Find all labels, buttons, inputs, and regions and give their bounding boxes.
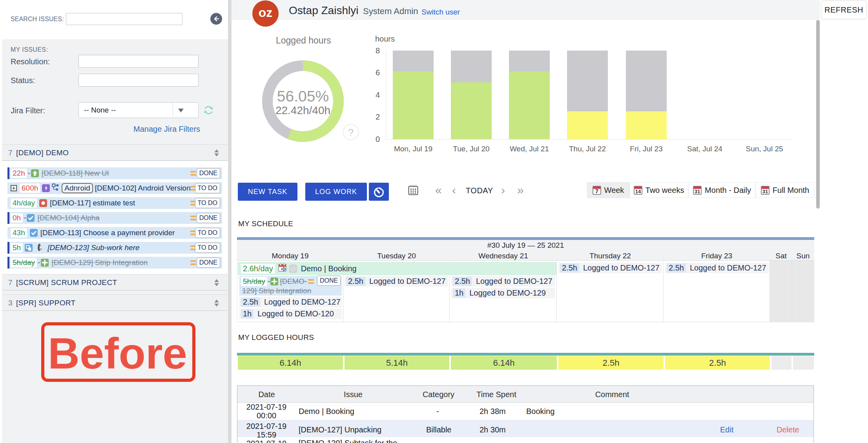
svg-text:7: 7 xyxy=(595,188,598,194)
svg-text:31: 31 xyxy=(695,188,700,194)
svg-text:14: 14 xyxy=(635,188,641,194)
svg-text:31: 31 xyxy=(762,188,768,194)
